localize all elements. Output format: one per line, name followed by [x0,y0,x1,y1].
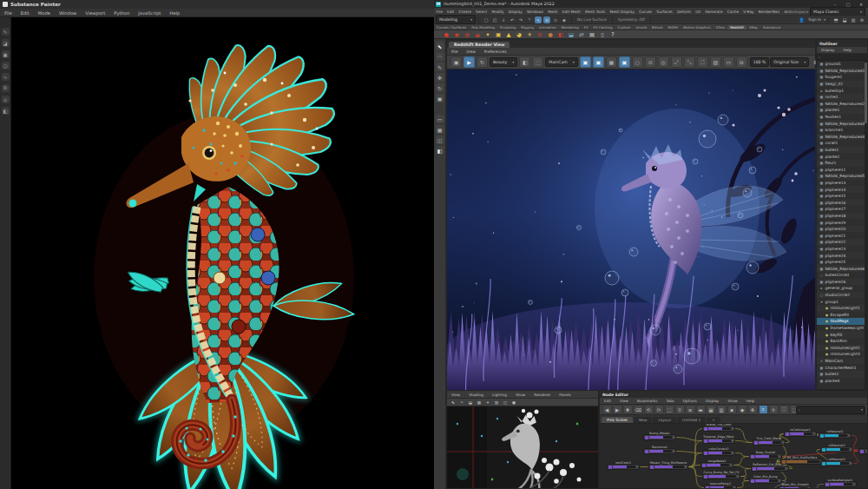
snap-to-grid-icon[interactable]: ⌗ [526,17,533,23]
node-editor-menu-view[interactable]: View [615,399,633,403]
viewport-textures-icon[interactable]: ▨ [493,400,500,406]
bucket-render-icon[interactable]: ◧ [519,56,530,68]
make-live-icon[interactable]: ◈ [561,17,568,23]
ne-pin-icon[interactable]: ⚲ [675,405,685,414]
snap-to-plane-icon[interactable]: ◇ [552,17,559,23]
ne-add-node-icon[interactable]: ✚ [623,405,633,414]
viewport-shaded-icon[interactable]: ● [510,400,517,406]
rs-portal-light-icon[interactable]: ▲ [504,30,513,38]
render-view-tab[interactable]: Redshift Render View [449,42,510,48]
crop-region-icon[interactable]: ⬚ [532,56,543,68]
layout-persp-outliner-icon[interactable]: ◧ [436,146,444,155]
outliner-item[interactable]: ▦NAS06_Reproduced6 [817,265,867,272]
outliner-item[interactable]: ▦pSphere25 [817,259,867,266]
outliner-item[interactable]: ▦pSphere14 [817,186,867,193]
outliner-item[interactable]: ▦ground1 [817,61,867,68]
ne-back-icon[interactable]: ◀ [602,405,612,414]
outliner-menu-display[interactable]: Display [817,48,838,52]
ne-layout-icon[interactable]: ≡ [686,405,695,414]
outliner-item[interactable]: ▦corail1 [817,140,867,147]
outliner-item[interactable]: ▦pSphere11 [817,167,867,174]
node-editor-title[interactable]: Node Editor [600,391,867,398]
shelf-tab-arnold[interactable]: Arnold [633,25,649,30]
lasso-tool-icon[interactable]: ◠ [436,52,444,61]
outliner-item[interactable]: ▦bulles1 [817,147,867,154]
outliner-item[interactable]: ▦pSphere22 [817,239,867,246]
substance-menu-mode[interactable]: Mode [34,10,55,16]
shelf-tab-redshift[interactable]: Redshift [727,25,746,30]
add-tab-button[interactable]: + [707,417,720,423]
substance-menu-help[interactable]: Help [165,10,184,16]
substance-menu-viewport[interactable]: Viewport [81,10,109,16]
outliner-item[interactable]: ◉BackRim [817,338,867,345]
maya-menu-curves[interactable]: Curves [637,10,654,14]
outliner-item[interactable]: ◉rsVolumeLight1 [817,305,867,312]
substance-menu-python[interactable]: Python [109,10,134,16]
new-scene-icon[interactable]: ▢ [483,17,490,23]
zoom-in-icon[interactable]: ⤢ [671,56,682,68]
maya-menu-surfaces[interactable]: Surfaces [654,10,675,14]
render-settings-icon[interactable]: ▥ [850,17,857,23]
aov-selector[interactable]: Beauty ▾ [490,57,517,67]
show-image-icon[interactable]: ▨ [710,56,721,68]
copy-image-icon[interactable]: ⧉ [736,56,747,68]
node-graph-canvas[interactable]: rockColor1▸Bump_Mosaic▸Remolino1▸Mosaic_… [600,424,867,488]
shader-node[interactable]: Bump_Mosaic▸ [643,434,676,440]
ne-hide-attrs-icon[interactable]: ▪ [727,405,737,414]
render-camera-selector[interactable]: MainCam ▾ [545,57,577,67]
ne-graph-up-icon[interactable]: ⟲ [644,405,654,414]
shelf-tab-vray[interactable]: VRay [746,25,760,30]
sample-color-icon[interactable]: ⊙ [645,56,656,68]
ipr-render-icon[interactable]: ⬓ [841,17,848,23]
ne-simple-view-icon[interactable]: ▬ [696,405,706,414]
outliner-scrollbar[interactable] [865,61,867,389]
rs-proxy-icon[interactable]: ◒ [473,30,482,38]
outliner-item[interactable]: ▦pSphere24 [817,252,867,259]
substance-menu-file[interactable]: File [0,10,16,16]
rs-camera-icon[interactable]: ⬓ [567,30,575,38]
node-editor-menu-tabs[interactable]: Tabs [661,399,678,403]
lock-camera-icon[interactable]: ▣ [580,56,591,68]
outliner-item[interactable]: ▦NAS06_Reproduced1 [817,68,867,75]
ne-forward-icon[interactable]: ▶ [613,405,622,414]
outliner-item[interactable]: ▦pSphere17 [817,206,867,213]
snap-to-curve-icon[interactable]: ∿ [535,17,542,23]
undo-icon[interactable]: ↶ [509,17,516,23]
snap-to-point-icon[interactable]: ⊙ [543,17,550,23]
outliner-item[interactable]: ○bullesCircle1 [817,272,867,279]
maya-menu-generate[interactable]: Generate [703,10,725,14]
viewport-image[interactable] [447,406,598,488]
move-tool-icon[interactable]: ✥ [436,73,444,82]
live-surface-label[interactable]: No Live Surface [575,17,609,22]
shader-node[interactable]: rangeNode1▸ [700,462,733,468]
maya-menu-edit[interactable]: Edit [444,10,457,14]
layout-single-pane-icon[interactable]: ▭ [436,115,444,123]
outliner-item[interactable]: ▦feuilles1 [817,114,867,121]
sign-in-button[interactable]: Sign In [806,17,823,22]
node-editor-tab-layout[interactable]: Layout [653,417,676,423]
refresh-render-icon[interactable]: ↻ [477,56,488,68]
outliner-item[interactable]: ▦plante4 [817,378,867,385]
render-view-menu-file[interactable]: File [447,50,462,54]
ne-crosshair-icon[interactable]: ✛ [769,405,779,414]
viewport-select-icon[interactable]: ⬉ [450,400,457,406]
outliner-item[interactable]: ▦plante1 [817,107,867,114]
node-editor-menu-bookmarks[interactable]: Bookmarks [633,399,661,403]
viewport-snap-icon[interactable]: ⌗ [458,400,465,406]
shelf-tab-poly-modeling[interactable]: Poly Modeling [469,25,497,30]
shader-node[interactable]: surfaceSampler1▸ [824,481,857,487]
outliner-item[interactable]: ▾group1 [817,298,867,305]
outliner-item[interactable]: ○studioCircle2 [817,292,867,299]
outliner-item[interactable]: ▸general_group [817,285,867,292]
shelf-tab-curves-surfaces[interactable]: Curves / Surfaces [434,25,469,30]
shader-node[interactable]: Node_Mix_Smooth▸ [779,486,812,488]
snapshot-folder-icon[interactable]: ▭ [723,56,734,68]
rotate-tool-icon[interactable]: ↻ [436,83,444,92]
ne-frame-selected-icon[interactable]: ⬚ [790,405,797,414]
rs-matte-shadow-icon[interactable]: ● [546,30,555,38]
node-editor-menu-options[interactable]: Options [679,399,701,403]
outliner-item[interactable]: ◉EscapeFill [817,312,867,319]
node-editor-tab-untitled-1[interactable]: Untitled 1 [677,417,706,423]
maya-menu-file[interactable]: File [434,10,444,14]
shader-node[interactable]: Remolino1▸ [643,448,676,454]
